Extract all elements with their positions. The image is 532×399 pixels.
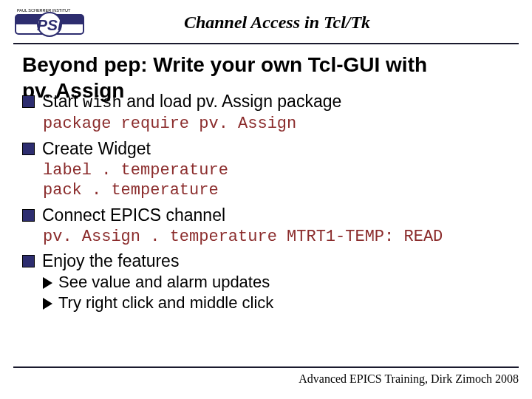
- code-block: package require pv. Assign: [43, 114, 510, 134]
- slide-content: Beyond pep: Write your own Tcl-GUI with …: [0, 44, 532, 313]
- bullet-text-pre: Start: [42, 92, 83, 111]
- code-block: pv. Assign . temperature MTRT1-TEMP: REA…: [43, 227, 510, 248]
- square-bullet-icon: [22, 143, 35, 155]
- psi-logo: PAUL SCHERRER INSTITUT PSI: [13, 6, 95, 38]
- bullet-text-post: and load pv. Assign package: [122, 92, 342, 111]
- sub-bullet-item: See value and alarm updates: [43, 273, 510, 292]
- svg-text:PSI: PSI: [37, 16, 63, 33]
- bullet-text: Start wish and load pv. Assign package: [42, 92, 341, 112]
- sub-bullet-item: Try right click and middle click: [43, 293, 510, 313]
- triangle-bullet-icon: [43, 298, 52, 310]
- bullet-text: Create Widget: [42, 139, 151, 159]
- footer-divider: [13, 366, 519, 368]
- logo-upper-text: PAUL SCHERRER INSTITUT: [17, 8, 71, 13]
- bullet-item: Create Widget: [22, 139, 510, 159]
- sub-bullet-text: Try right click and middle click: [58, 293, 273, 313]
- code-block: label . temperature pack . temperature: [43, 160, 510, 201]
- slide-title: Channel Access in Tcl/Tk: [95, 13, 519, 33]
- slide-header: PAUL SCHERRER INSTITUT PSI Channel Acces…: [0, 0, 532, 38]
- bullet-text: Connect EPICS channel: [42, 205, 225, 225]
- bullet-item: Start wish and load pv. Assign package: [22, 92, 510, 112]
- inline-code: wish: [83, 94, 122, 112]
- square-bullet-icon: [22, 255, 35, 267]
- square-bullet-icon: [22, 209, 35, 222]
- heading-line-1: Beyond pep: Write your own Tcl-GUI with: [22, 53, 427, 76]
- square-bullet-icon: [22, 95, 35, 108]
- bullet-item: Enjoy the features: [22, 251, 510, 271]
- sub-bullet-text: See value and alarm updates: [58, 273, 270, 292]
- footer-text: Advanced EPICS Training, Dirk Zimoch 200…: [299, 372, 519, 386]
- triangle-bullet-icon: [43, 277, 52, 289]
- bullet-text: Enjoy the features: [42, 251, 179, 271]
- bullet-item: Connect EPICS channel: [22, 205, 510, 225]
